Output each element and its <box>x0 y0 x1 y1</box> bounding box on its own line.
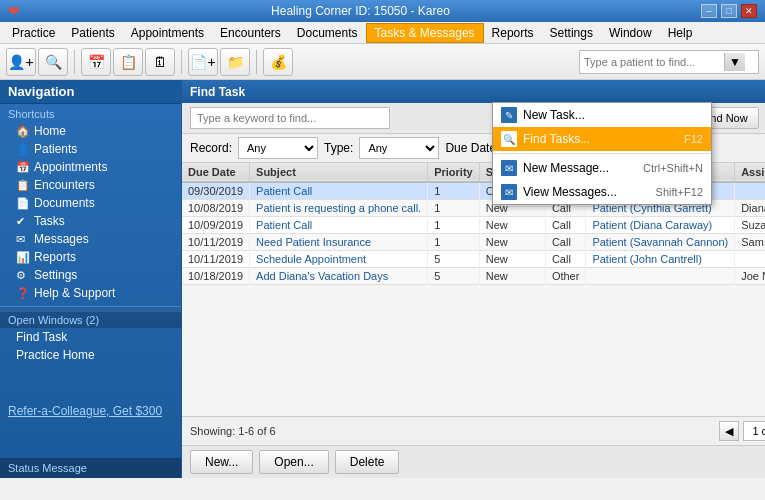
sidebar-open-find-task[interactable]: Find Task <box>0 328 181 346</box>
table-cell-3: New <box>479 200 545 217</box>
menu-help[interactable]: Help <box>660 24 701 42</box>
sidebar-item-help[interactable]: ❓ Help & Support <box>0 284 181 302</box>
toolbar-cal[interactable]: 🗓 <box>145 48 175 76</box>
record-select[interactable]: Any <box>238 137 318 159</box>
toolbar-appointments[interactable]: 📅 <box>81 48 111 76</box>
sidebar-item-reports[interactable]: 📊 Reports <box>0 248 181 266</box>
close-button[interactable]: ✕ <box>741 4 757 18</box>
table-row[interactable]: 10/11/2019Schedule Appointment5NewCallPa… <box>182 251 765 268</box>
sidebar-item-patients[interactable]: 👤 Patients <box>0 140 181 158</box>
table-row[interactable]: 10/08/2019Patient is requesting a phone … <box>182 200 765 217</box>
table-cell-2: 1 <box>428 234 480 251</box>
sidebar-item-documents[interactable]: 📄 Documents <box>0 194 181 212</box>
new-task-button[interactable]: New... <box>190 450 253 474</box>
delete-task-button[interactable]: Delete <box>335 450 400 474</box>
toolbar-claims[interactable]: 💰 <box>263 48 293 76</box>
sidebar-item-settings[interactable]: ⚙ Settings <box>0 266 181 284</box>
record-label: Record: <box>190 141 232 155</box>
menu-window[interactable]: Window <box>601 24 660 42</box>
sidebar-encounters-label: Encounters <box>34 178 95 192</box>
table-row[interactable]: 10/11/2019Need Patient Insurance1NewCall… <box>182 234 765 251</box>
title-bar: ❤ Healing Corner ID: 15050 - Kareo – □ ✕ <box>0 0 765 22</box>
table-cell-1: Schedule Appointment <box>250 251 428 268</box>
col-related-to: Related To <box>586 163 735 182</box>
patient-search-button[interactable]: ▼ <box>724 53 745 71</box>
reports-icon: 📊 <box>16 251 30 264</box>
menu-patients[interactable]: Patients <box>63 24 122 42</box>
bottom-bar: Showing: 1-6 of 6 ◀ 1 of 1 ▶ <box>182 416 765 445</box>
sidebar-status: Status Message <box>0 458 181 478</box>
toolbar: 👤+ 🔍 📅 📋 🗓 📄+ 📁 💰 ▼ <box>0 44 765 80</box>
table-cell-2: 5 <box>428 268 480 285</box>
table-row[interactable]: 09/30/2019Patient Call1CompletedCallPati… <box>182 182 765 200</box>
table-cell-0: 10/11/2019 <box>182 234 250 251</box>
type-select[interactable]: Any <box>359 137 439 159</box>
documents-icon: 📄 <box>16 197 30 210</box>
menu-tasks-messages[interactable]: Tasks & Messages <box>366 23 484 43</box>
toolbar-new-encounter[interactable]: 📄+ <box>188 48 218 76</box>
sidebar-item-messages[interactable]: ✉ Messages <box>0 230 181 248</box>
toolbar-sep-3 <box>256 50 257 74</box>
due-date-select[interactable]: All <box>505 137 575 159</box>
toolbar-appt-list[interactable]: 📋 <box>113 48 143 76</box>
table-cell-4: Call <box>545 217 586 234</box>
refer-colleague-link[interactable]: Refer-a-Colleague, Get $300 <box>8 404 162 418</box>
toolbar-patient-search[interactable]: ▼ <box>579 50 759 74</box>
table-cell-1: Add Diana's Vacation Days <box>250 268 428 285</box>
table-cell-1: Patient Call <box>250 217 428 234</box>
table-cell-3: Completed <box>479 182 545 200</box>
sidebar-patients-label: Patients <box>34 142 77 156</box>
task-keyword-input[interactable] <box>190 107 390 129</box>
table-cell-0: 09/30/2019 <box>182 182 250 200</box>
sidebar-open-practice-home[interactable]: Practice Home <box>0 346 181 364</box>
task-table: Due Date Subject Priority Status Type Re… <box>182 163 765 285</box>
sidebar-item-appointments[interactable]: 📅 Appointments <box>0 158 181 176</box>
table-row[interactable]: 10/09/2019Patient Call1NewCallPatient (D… <box>182 217 765 234</box>
table-cell-6: Diana Hudson <box>735 200 765 217</box>
open-windows-section: Open Windows (2) <box>0 311 181 328</box>
sidebar-item-encounters[interactable]: 📋 Encounters <box>0 176 181 194</box>
toolbar-search-patient[interactable]: 🔍 <box>38 48 68 76</box>
toolbar-new-patient[interactable]: 👤+ <box>6 48 36 76</box>
find-now-button[interactable]: Find Now <box>690 107 758 129</box>
table-cell-6 <box>735 251 765 268</box>
menu-settings[interactable]: Settings <box>542 24 601 42</box>
table-cell-4: Call <box>545 200 586 217</box>
open-task-button[interactable]: Open... <box>259 450 328 474</box>
table-cell-1: Patient Call <box>250 182 428 200</box>
table-cell-0: 10/18/2019 <box>182 268 250 285</box>
assigned-to-select[interactable]: Anybody <box>584 107 684 129</box>
table-cell-6: Joe Ngan <box>735 268 765 285</box>
table-cell-5: Patient (Philip Fassett) <box>586 182 735 200</box>
table-cell-3: New <box>479 268 545 285</box>
menu-documents[interactable]: Documents <box>289 24 366 42</box>
sidebar-item-tasks[interactable]: ✔ Tasks <box>0 212 181 230</box>
col-due-date: Due Date <box>182 163 250 182</box>
col-priority: Priority <box>428 163 480 182</box>
maximize-button[interactable]: □ <box>721 4 737 18</box>
sidebar-help-label: Help & Support <box>34 286 115 300</box>
table-row[interactable]: 10/18/2019Add Diana's Vacation Days5NewO… <box>182 268 765 285</box>
col-type: Type <box>545 163 586 182</box>
sidebar-reports-label: Reports <box>34 250 76 264</box>
table-cell-0: 10/09/2019 <box>182 217 250 234</box>
prev-page-button[interactable]: ◀ <box>719 421 739 441</box>
toolbar-docs[interactable]: 📁 <box>220 48 250 76</box>
minimize-button[interactable]: – <box>701 4 717 18</box>
table-cell-2: 1 <box>428 217 480 234</box>
sidebar-item-home[interactable]: 🏠 Home <box>0 122 181 140</box>
menu-appointments[interactable]: Appointments <box>123 24 212 42</box>
table-cell-4: Call <box>545 251 586 268</box>
col-status: Status <box>479 163 545 182</box>
sidebar-home-label: Home <box>34 124 66 138</box>
table-cell-5 <box>586 268 735 285</box>
assigned-to-label: Assigned To: <box>515 112 578 124</box>
sidebar-divider <box>0 306 181 307</box>
menu-encounters[interactable]: Encounters <box>212 24 289 42</box>
action-buttons-bar: New... Open... Delete <box>182 445 765 478</box>
patient-search-input[interactable] <box>584 56 724 68</box>
menu-reports[interactable]: Reports <box>484 24 542 42</box>
table-cell-5: Patient (Diana Caraway) <box>586 217 735 234</box>
menu-practice[interactable]: Practice <box>4 24 63 42</box>
task-table-container: Due Date Subject Priority Status Type Re… <box>182 163 765 416</box>
